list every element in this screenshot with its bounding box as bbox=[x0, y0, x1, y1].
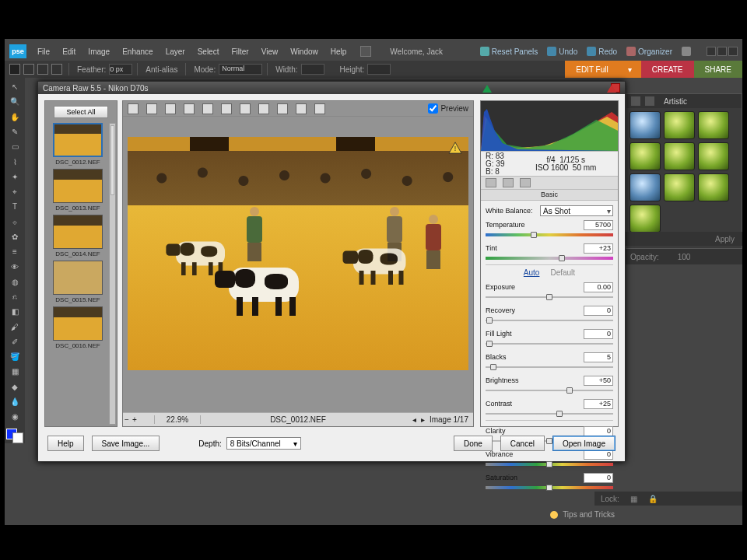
mode-select[interactable]: Normal bbox=[219, 64, 262, 75]
zoom-out-icon[interactable]: − bbox=[123, 415, 131, 424]
open-image-button[interactable]: Open Image bbox=[552, 436, 615, 451]
effect-thumb[interactable] bbox=[698, 111, 729, 139]
basic-tab-icon[interactable] bbox=[486, 178, 496, 187]
layers-icon[interactable] bbox=[645, 96, 654, 106]
filmstrip-scrollbar[interactable] bbox=[109, 123, 116, 425]
default-link[interactable]: Default bbox=[550, 268, 575, 277]
tint-value[interactable]: +23 bbox=[584, 243, 613, 254]
lock-pixels-icon[interactable]: ▦ bbox=[630, 495, 637, 503]
thumbnail[interactable]: DSC_0012.NEF bbox=[48, 123, 107, 166]
cancel-button[interactable]: Cancel bbox=[500, 436, 545, 451]
fill-value[interactable]: 0 bbox=[584, 329, 613, 339]
window-minimize-icon[interactable] bbox=[707, 47, 716, 56]
menu-enhance[interactable]: Enhance bbox=[122, 47, 153, 56]
effect-thumb[interactable] bbox=[630, 173, 661, 201]
straighten-tool-icon[interactable] bbox=[202, 103, 213, 114]
thumbnail[interactable]: DSC_0016.NEF bbox=[48, 306, 107, 349]
contrast-slider[interactable] bbox=[486, 411, 613, 417]
edit-mode-dropdown[interactable]: ▾ bbox=[619, 61, 641, 78]
trash-icon[interactable] bbox=[314, 103, 325, 114]
menu-layer[interactable]: Layer bbox=[166, 47, 185, 56]
height-input[interactable] bbox=[367, 64, 391, 75]
effect-thumb[interactable] bbox=[630, 111, 661, 139]
menu-edit[interactable]: Edit bbox=[62, 47, 75, 56]
clone-tool-icon[interactable]: ⎌ bbox=[7, 291, 23, 303]
healing-tool-icon[interactable]: ◍ bbox=[7, 276, 23, 288]
blacks-slider[interactable] bbox=[486, 364, 613, 370]
effect-thumb[interactable] bbox=[698, 173, 729, 201]
zoom-in-icon[interactable]: + bbox=[131, 415, 139, 424]
exposure-value[interactable]: 0.00 bbox=[584, 282, 613, 292]
panel-toggle-icon[interactable] bbox=[360, 46, 371, 57]
effect-thumb[interactable] bbox=[630, 205, 661, 233]
preview-image[interactable]: ! bbox=[128, 137, 468, 370]
brightness-value[interactable]: +50 bbox=[584, 376, 613, 386]
home-icon[interactable] bbox=[682, 47, 691, 56]
straighten-tool-icon[interactable]: ≡ bbox=[7, 246, 23, 257]
width-input[interactable] bbox=[301, 64, 324, 75]
help-button[interactable]: Help bbox=[47, 436, 84, 451]
crop-tool-icon[interactable]: ⟐ bbox=[7, 216, 23, 228]
antialias-label[interactable]: Anti-alias bbox=[146, 65, 177, 74]
tint-slider[interactable] bbox=[486, 255, 613, 261]
redeye-tool-icon[interactable] bbox=[240, 103, 251, 114]
preview-checkbox[interactable] bbox=[428, 103, 438, 114]
effect-thumb[interactable] bbox=[698, 142, 729, 170]
fill-slider[interactable] bbox=[486, 341, 613, 347]
background-color[interactable] bbox=[12, 432, 23, 443]
effect-thumb[interactable] bbox=[630, 142, 661, 170]
subtract-selection-icon[interactable] bbox=[37, 64, 48, 75]
apply-button[interactable]: Apply bbox=[715, 235, 735, 243]
gradient-tool-icon[interactable]: ▦ bbox=[7, 366, 23, 377]
sponge-tool-icon[interactable]: ◉ bbox=[7, 411, 23, 422]
window-close-icon[interactable] bbox=[728, 47, 738, 56]
create-button[interactable]: CREATE bbox=[641, 61, 694, 78]
opacity-value[interactable]: 100 bbox=[678, 253, 691, 261]
detail-tab-icon[interactable] bbox=[503, 178, 514, 187]
brush-tool-icon[interactable]: 🖌 bbox=[7, 321, 23, 333]
wb-select[interactable]: As Shot▾ bbox=[540, 205, 613, 216]
new-selection-icon[interactable] bbox=[9, 64, 20, 75]
rotate-ccw-icon[interactable] bbox=[277, 103, 288, 114]
select-all-button[interactable]: Select All bbox=[54, 106, 108, 118]
depth-select[interactable]: 8 Bits/Channel▾ bbox=[226, 437, 301, 450]
thumbnail[interactable]: DSC_0015.NEF bbox=[48, 261, 107, 303]
save-image-button[interactable]: Save Image... bbox=[92, 436, 160, 451]
menu-image[interactable]: Image bbox=[88, 47, 110, 56]
window-maximize-icon[interactable] bbox=[717, 47, 727, 56]
dialog-titlebar[interactable]: Camera Raw 5.5 - Nikon D70s bbox=[38, 82, 625, 94]
crop-tool-icon[interactable] bbox=[184, 103, 195, 114]
marquee-tool-icon[interactable]: ▭ bbox=[7, 141, 23, 152]
redo-button[interactable]: Redo bbox=[587, 47, 617, 56]
zoom-level[interactable]: 22.9% bbox=[154, 415, 201, 424]
menu-view[interactable]: View bbox=[261, 47, 279, 56]
redeye-tool-icon[interactable]: 👁 bbox=[7, 261, 23, 272]
saturation-slider[interactable] bbox=[486, 485, 613, 491]
thumbnail[interactable]: DSC_0013.NEF bbox=[48, 169, 107, 212]
eraser-tool-icon[interactable]: ◧ bbox=[7, 306, 23, 317]
thumbnail[interactable]: DSC_0014.NEF bbox=[48, 215, 107, 257]
effects-category[interactable]: Artistic bbox=[664, 97, 687, 106]
recovery-value[interactable]: 0 bbox=[584, 306, 613, 316]
eyedropper-tool-icon[interactable]: ✎ bbox=[7, 126, 23, 138]
next-image-icon[interactable]: ▸ bbox=[421, 415, 425, 424]
organizer-button[interactable]: Organizer bbox=[626, 47, 672, 56]
intersect-selection-icon[interactable] bbox=[51, 64, 62, 75]
shape-tool-icon[interactable]: ◆ bbox=[7, 381, 23, 393]
effects-icon[interactable] bbox=[631, 96, 640, 106]
hand-tool-icon[interactable]: ✋ bbox=[7, 111, 23, 123]
lasso-tool-icon[interactable]: ⌇ bbox=[7, 156, 23, 167]
wand-tool-icon[interactable]: ✦ bbox=[7, 171, 23, 183]
brightness-slider[interactable] bbox=[486, 387, 613, 394]
recovery-slider[interactable] bbox=[486, 317, 613, 324]
selection-brush-icon[interactable]: ⌖ bbox=[7, 186, 23, 198]
type-tool-icon[interactable]: T bbox=[7, 201, 23, 212]
bucket-tool-icon[interactable]: 🪣 bbox=[7, 351, 23, 362]
contrast-value[interactable]: +25 bbox=[584, 399, 613, 409]
wb-tool-icon[interactable] bbox=[165, 103, 176, 114]
undo-button[interactable]: Undo bbox=[547, 47, 577, 56]
tips-link[interactable]: Tips and Tricks bbox=[550, 510, 615, 519]
add-selection-icon[interactable] bbox=[23, 64, 34, 75]
color-swatches[interactable] bbox=[6, 429, 23, 443]
saturation-value[interactable]: 0 bbox=[584, 473, 613, 483]
